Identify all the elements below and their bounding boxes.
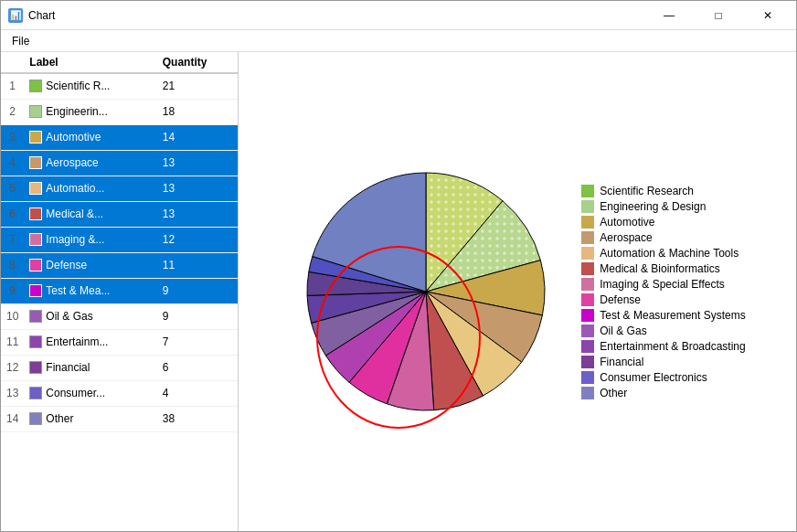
row-label: Defense: [24, 252, 156, 278]
row-num: 13: [1, 380, 24, 406]
legend-swatch: [581, 340, 594, 353]
row-num: 1: [1, 73, 24, 99]
minimize-button[interactable]: —: [648, 3, 690, 28]
chart-legend: Scientific Research Engineering & Design…: [581, 185, 745, 399]
row-label: Aerospace: [24, 150, 156, 176]
legend-item: Other: [581, 387, 745, 399]
label-text: Automotive: [46, 131, 101, 144]
close-button[interactable]: ✕: [747, 3, 789, 28]
legend-item: Engineering & Design: [581, 200, 745, 213]
table-row[interactable]: 10 Oil & Gas 9: [1, 303, 238, 329]
legend-item: Oil & Gas: [581, 325, 745, 337]
window-icon: 📊: [8, 8, 23, 23]
legend-swatch: [581, 231, 594, 244]
legend-swatch: [581, 325, 594, 337]
table-row[interactable]: 14 Other 38: [1, 406, 238, 431]
legend-item: Entertainment & Broadcasting: [581, 340, 745, 353]
row-num: 12: [1, 355, 24, 380]
legend-label: Automotive: [600, 216, 654, 229]
file-menu[interactable]: File: [5, 33, 37, 49]
row-label: Automatio...: [24, 176, 156, 201]
row-quantity: 14: [157, 124, 238, 150]
row-quantity: 12: [157, 227, 238, 252]
table-row[interactable]: 7 Imaging &... 12: [1, 227, 238, 252]
row-quantity: 18: [157, 99, 238, 124]
row-num: 11: [1, 329, 24, 355]
table-row[interactable]: 2 Engineerin... 18: [1, 99, 238, 124]
table-row[interactable]: 1 Scientific R... 21: [1, 73, 238, 99]
row-label: Engineerin...: [24, 99, 156, 124]
table-row[interactable]: 13 Consumer... 4: [1, 380, 238, 406]
table-row[interactable]: 12 Financial 6: [1, 355, 238, 380]
label-text: Automatio...: [46, 182, 104, 195]
legend-swatch: [581, 262, 594, 275]
row-quantity: 9: [157, 303, 238, 329]
menu-bar: File: [1, 30, 796, 52]
row-quantity: 38: [157, 406, 238, 431]
legend-label: Defense: [600, 293, 641, 306]
row-label: Imaging &...: [24, 227, 156, 252]
table-row[interactable]: 3 Automotive 14: [1, 124, 238, 150]
table-row[interactable]: 11 Entertainm... 7: [1, 329, 238, 355]
pie-chart: [289, 154, 563, 429]
color-swatch: [29, 387, 42, 399]
maximize-button[interactable]: □: [697, 3, 739, 28]
window-controls: — □ ✕: [648, 3, 789, 28]
color-swatch: [29, 207, 42, 220]
row-num: 4: [1, 150, 24, 176]
col-header-label: Label: [24, 52, 156, 73]
data-table: Label Quantity 1 Scientific R... 21 2 En…: [1, 52, 238, 432]
color-swatch: [29, 233, 42, 246]
row-label: Oil & Gas: [24, 303, 156, 329]
row-quantity: 13: [157, 176, 238, 201]
window-title: Chart: [28, 9, 648, 22]
pie-chart-wrapper: [289, 154, 563, 429]
label-text: Aerospace: [46, 156, 98, 169]
legend-item: Scientific Research: [581, 185, 745, 197]
legend-swatch: [581, 247, 594, 260]
legend-swatch: [581, 200, 594, 213]
row-num: 8: [1, 252, 24, 278]
legend-label: Oil & Gas: [600, 325, 646, 337]
row-label: Entertainm...: [24, 329, 156, 355]
legend-label: Automation & Machine Tools: [600, 247, 739, 260]
table-row[interactable]: 5 Automatio... 13: [1, 176, 238, 201]
legend-item: Automotive: [581, 216, 745, 229]
legend-item: Consumer Electronics: [581, 371, 745, 384]
row-quantity: 13: [157, 150, 238, 176]
row-quantity: 9: [157, 278, 238, 303]
row-quantity: 7: [157, 329, 238, 355]
legend-item: Defense: [581, 293, 745, 306]
row-label: Scientific R...: [24, 73, 156, 99]
color-swatch: [29, 412, 42, 425]
legend-label: Financial: [600, 356, 643, 368]
label-text: Financial: [46, 361, 90, 374]
row-quantity: 6: [157, 355, 238, 380]
legend-label: Consumer Electronics: [600, 371, 707, 384]
row-quantity: 13: [157, 201, 238, 227]
legend-item: Financial: [581, 356, 745, 368]
table-row[interactable]: 4 Aerospace 13: [1, 150, 238, 176]
table-row[interactable]: 6 Medical &... 13: [1, 201, 238, 227]
label-text: Other: [46, 412, 73, 425]
legend-swatch: [581, 293, 594, 306]
content-area: Label Quantity 1 Scientific R... 21 2 En…: [1, 52, 796, 531]
legend-swatch: [581, 356, 594, 368]
title-bar: 📊 Chart — □ ✕: [1, 1, 796, 30]
color-swatch: [29, 361, 42, 374]
row-num: 14: [1, 406, 24, 431]
row-num: 6: [1, 201, 24, 227]
row-num: 2: [1, 99, 24, 124]
table-row[interactable]: 9 Test & Mea... 9: [1, 278, 238, 303]
legend-item: Test & Measurement Systems: [581, 309, 745, 322]
label-text: Scientific R...: [46, 80, 110, 92]
color-swatch: [29, 259, 42, 271]
label-text: Engineerin...: [46, 105, 107, 118]
row-num: 3: [1, 124, 24, 150]
color-swatch: [29, 335, 42, 348]
legend-item: Automation & Machine Tools: [581, 247, 745, 260]
legend-label: Engineering & Design: [600, 200, 706, 213]
row-quantity: 4: [157, 380, 238, 406]
table-row[interactable]: 8 Defense 11: [1, 252, 238, 278]
chart-panel: Scientific Research Engineering & Design…: [239, 52, 796, 531]
